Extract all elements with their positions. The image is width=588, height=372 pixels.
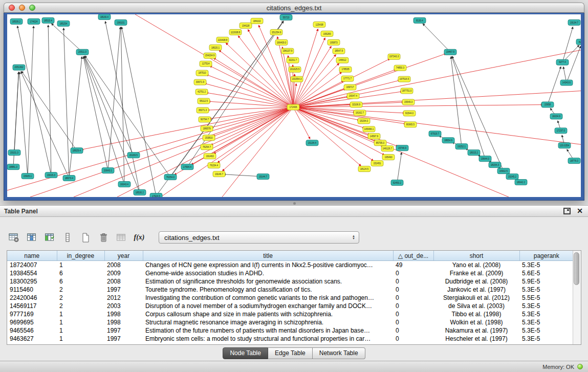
- table-cell[interactable]: Structural magnetic resonance image aver…: [143, 318, 393, 326]
- column-header-in_degree[interactable]: in_degree: [57, 251, 104, 261]
- table-cell[interactable]: 9777169: [7, 310, 57, 318]
- table-cell[interactable]: 2003: [104, 302, 143, 310]
- column-header-out_de[interactable]: △ out_de...: [393, 251, 433, 261]
- change-table-mode-button[interactable]: [7, 231, 20, 244]
- network-window-titlebar[interactable]: citations_edges.txt: [4, 3, 584, 13]
- column-header-title[interactable]: title: [143, 251, 393, 261]
- table-row[interactable]: 911546021997Tourette syndrome. Phenomeno…: [7, 286, 573, 294]
- table-cell[interactable]: 0: [393, 269, 433, 277]
- table-cell[interactable]: 5.5E-5: [519, 294, 573, 302]
- table-cell[interactable]: 9699695: [7, 318, 57, 326]
- create-new-column-button[interactable]: [79, 231, 92, 244]
- table-cell[interactable]: 2008: [104, 277, 143, 286]
- table-cell[interactable]: 0: [393, 326, 433, 335]
- table-row[interactable]: 969969511998Structural magnetic resonanc…: [7, 318, 573, 326]
- window-zoom-button[interactable]: [29, 5, 35, 11]
- table-cell[interactable]: 9465546: [7, 326, 57, 335]
- select-all-button[interactable]: [43, 231, 56, 244]
- table-cell[interactable]: 0: [393, 277, 433, 286]
- table-cell[interactable]: 5.3E-5: [519, 286, 573, 294]
- table-cell[interactable]: 19384554: [7, 269, 57, 277]
- table-cell[interactable]: 5.9E-5: [519, 277, 573, 286]
- table-cell[interactable]: 9115460: [7, 286, 57, 294]
- table-cell[interactable]: 5.3E-5: [519, 326, 573, 335]
- table-cell[interactable]: Embryonic stem cells: a model to study s…: [143, 335, 393, 343]
- table-cell[interactable]: 1: [57, 310, 104, 318]
- table-row[interactable]: 1938455462009Genome-wide association stu…: [7, 269, 573, 277]
- table-cell[interactable]: Tibbo et al. (1998): [433, 310, 519, 318]
- window-minimize-button[interactable]: [19, 5, 25, 11]
- table-row[interactable]: 946554611997Estimation of the future num…: [7, 326, 573, 335]
- table-cell[interactable]: 6: [57, 269, 104, 277]
- table-cell[interactable]: 5.3E-5: [519, 318, 573, 326]
- tab-edge-table[interactable]: Edge Table: [268, 347, 313, 359]
- table-cell[interactable]: de Silva et al. (2003): [433, 302, 519, 310]
- column-header-pagerank[interactable]: pagerank: [519, 251, 573, 261]
- table-cell[interactable]: 0: [393, 294, 433, 302]
- table-cell[interactable]: 0: [393, 318, 433, 326]
- table-cell[interactable]: Franke et al. (2009): [433, 269, 519, 277]
- table-cell[interactable]: 2: [57, 286, 104, 294]
- table-cell[interactable]: 1997: [104, 326, 143, 335]
- table-cell[interactable]: 5.3E-5: [519, 261, 573, 270]
- table-cell[interactable]: 1: [57, 318, 104, 326]
- table-cell[interactable]: 1: [57, 326, 104, 335]
- table-cell[interactable]: Estimation of the future numbers of pati…: [143, 326, 393, 335]
- table-cell[interactable]: 18300295: [7, 277, 57, 286]
- column-header-year[interactable]: year: [104, 251, 143, 261]
- table-cell[interactable]: 0: [393, 310, 433, 318]
- table-cell[interactable]: 5.3E-5: [519, 335, 573, 343]
- table-cell[interactable]: Hescheler et al. (1997): [433, 335, 519, 343]
- table-cell[interactable]: Stergiakouli et al. (2012): [433, 294, 519, 302]
- table-cell[interactable]: Jankovic et al. (1997): [433, 286, 519, 294]
- row-selection-button[interactable]: [61, 231, 74, 244]
- table-cell[interactable]: 2008: [104, 261, 143, 270]
- table-row[interactable]: 946362711997Embryonic stem cells: a mode…: [7, 335, 573, 343]
- tab-network-table[interactable]: Network Table: [313, 347, 365, 359]
- window-close-button[interactable]: [9, 5, 15, 11]
- table-row[interactable]: 1872400712008Changes of HCN gene express…: [7, 261, 573, 270]
- table-cell[interactable]: 1: [57, 261, 104, 270]
- table-cell[interactable]: Disruption of a novel member of a sodium…: [143, 302, 393, 310]
- column-header-short[interactable]: short: [433, 251, 519, 261]
- network-graph-canvas[interactable]: 17240618539.217402418515.418525418130.41…: [7, 14, 581, 197]
- table-cell[interactable]: Changes of HCN gene expression and I(f) …: [143, 261, 393, 270]
- table-cell[interactable]: 18724007: [7, 261, 57, 270]
- table-cell[interactable]: 0: [393, 286, 433, 294]
- table-cell[interactable]: 1: [57, 335, 104, 343]
- table-scrollbar[interactable]: [573, 251, 581, 344]
- table-cell[interactable]: Estimation of significance thresholds fo…: [143, 277, 393, 286]
- table-cell[interactable]: 5.3E-5: [519, 302, 573, 310]
- panel-splitter[interactable]: [0, 201, 588, 205]
- table-cell[interactable]: 22420046: [7, 294, 57, 302]
- table-cell[interactable]: Yano et al. (2008): [433, 261, 519, 270]
- function-builder-button[interactable]: f(x): [133, 231, 146, 244]
- tab-node-table[interactable]: Node Table: [223, 347, 268, 359]
- table-row[interactable]: 1456911722003Disruption of a novel membe…: [7, 302, 573, 310]
- table-cell[interactable]: 2: [57, 294, 104, 302]
- table-cell[interactable]: Genome-wide association studies in ADHD.: [143, 269, 393, 277]
- show-columns-button[interactable]: [25, 231, 38, 244]
- float-panel-icon[interactable]: [563, 208, 571, 214]
- table-row[interactable]: 977716911998Corpus callosum shape and si…: [7, 310, 573, 318]
- table-cell[interactable]: 1998: [104, 318, 143, 326]
- table-cell[interactable]: 0: [393, 335, 433, 343]
- table-cell[interactable]: 2: [57, 302, 104, 310]
- table-cell[interactable]: 5.3E-5: [519, 310, 573, 318]
- scrollbar-thumb[interactable]: [574, 252, 579, 285]
- table-cell[interactable]: Nakamura et al. (1997): [433, 326, 519, 335]
- table-cell[interactable]: 2009: [104, 269, 143, 277]
- table-cell[interactable]: 9463627: [7, 335, 57, 343]
- table-cell[interactable]: Investigating the contribution of common…: [143, 294, 393, 302]
- table-cell[interactable]: 1998: [104, 310, 143, 318]
- table-cell[interactable]: Dudbridge et al. (2008): [433, 277, 519, 286]
- table-row[interactable]: 2242004622012Investigating the contribut…: [7, 294, 573, 302]
- close-panel-icon[interactable]: ✕: [577, 207, 583, 214]
- table-cell[interactable]: Wolkin et al. (1998): [433, 318, 519, 326]
- memory-status-indicator[interactable]: [577, 364, 583, 369]
- table-cell[interactable]: 2012: [104, 294, 143, 302]
- table-cell[interactable]: Tourette syndrome. Phenomenology and cla…: [143, 286, 393, 294]
- table-cell[interactable]: 5.6E-5: [519, 269, 573, 277]
- table-source-selector[interactable]: citations_edges.txt ▲▼: [159, 231, 359, 244]
- table-cell[interactable]: 6: [57, 277, 104, 286]
